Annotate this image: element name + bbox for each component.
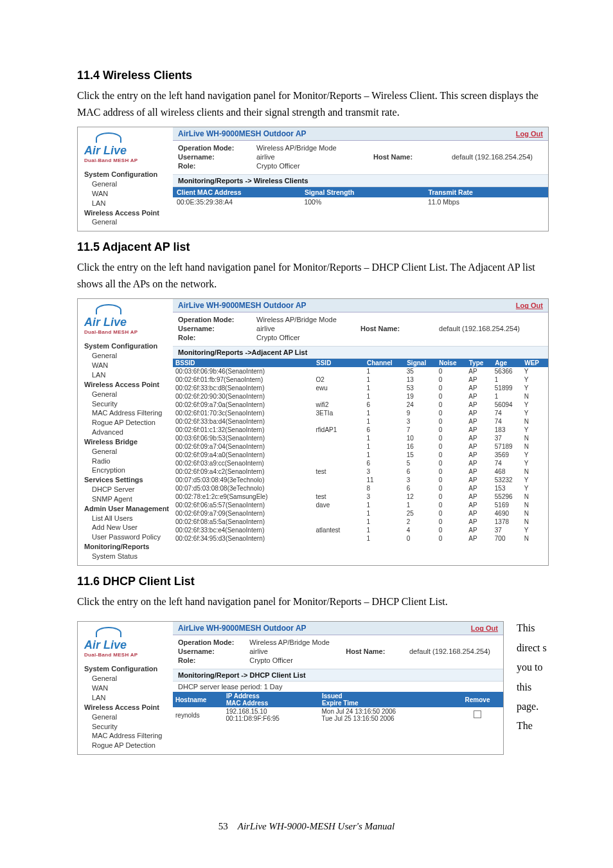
cell: rfidAP1: [314, 426, 364, 434]
cell: 12: [404, 493, 436, 501]
nav-item[interactable]: System Status: [84, 552, 169, 561]
hostname-value: default (192.168.254.254): [439, 324, 528, 333]
cell: N: [522, 442, 548, 451]
nav-item[interactable]: LAN: [84, 199, 169, 208]
cell: 00:03:6f:06:9b:46(SenaoIntern): [173, 367, 314, 375]
logo-subtitle: Dual-Band MESH AP: [84, 158, 169, 163]
table-row: 00:07:d5:03:08:49(3eTechnolo)1130AP53232…: [173, 476, 547, 484]
nav-item[interactable]: WAN: [84, 189, 169, 199]
nav-group[interactable]: Wireless Access Point: [84, 208, 169, 218]
nav-group[interactable]: Wireless Access Point: [84, 703, 169, 712]
para-11-4: Click the entry on the left hand navigat…: [77, 87, 549, 120]
nav-item[interactable]: Add New User: [84, 523, 169, 532]
cell: 00:02:78:e1:2c:e9(SamsungEle): [173, 493, 314, 501]
table-row: 00:02:6f:09:a7:04(SenaoIntern)1160AP5718…: [173, 442, 547, 451]
nav-item[interactable]: Security: [84, 722, 169, 732]
cell: 00:02:6f:33:ba:d4(SenaoIntern): [173, 417, 314, 426]
hostname-value: default (192.168.254.254): [409, 647, 498, 656]
nav-group[interactable]: Monitoring/Reports: [84, 542, 169, 552]
cell: 9: [404, 409, 436, 417]
cell: 3: [364, 493, 404, 501]
nav-item[interactable]: General: [84, 447, 169, 457]
nav-item[interactable]: Security: [84, 399, 169, 409]
logout-link[interactable]: Log Out: [471, 624, 498, 632]
cell: AP: [466, 367, 492, 375]
nav-item[interactable]: List All Users: [84, 514, 169, 523]
cell: 13: [404, 375, 436, 384]
cell: 1: [364, 509, 404, 518]
nav-item[interactable]: SNMP Agent: [84, 494, 169, 504]
nav-item[interactable]: WAN: [84, 683, 169, 693]
username-label: Username:: [178, 324, 256, 333]
op-mode-label: Operation Mode:: [178, 315, 256, 324]
nav-group[interactable]: Admin User Management: [84, 504, 169, 514]
table-row: 00:02:6f:09:a7:0a(SenaoIntern)wifi26240A…: [173, 401, 547, 409]
cell: 00:02:6f:06:a5:57(SenaoIntern): [173, 501, 314, 509]
logo-text: Air Live: [84, 144, 169, 158]
cell: 0: [436, 467, 466, 476]
dhcp-lease-period: DHCP server lease period: 1 Day: [173, 682, 503, 692]
hostname-label: Host Name:: [360, 324, 439, 333]
nav-item[interactable]: WAN: [84, 361, 169, 370]
cell: 0: [436, 451, 466, 459]
panel-dhcp-client: Air Live Dual-Band MESH AP System Config…: [77, 621, 504, 755]
col-noise: Noise: [436, 359, 466, 367]
nav-item[interactable]: Encryption: [84, 466, 169, 475]
nav-group[interactable]: System Configuration: [84, 664, 169, 674]
nav-item[interactable]: MAC Address Filtering: [84, 408, 169, 418]
cell: 11: [364, 476, 404, 484]
nav-item[interactable]: General: [84, 390, 169, 399]
cell: 1: [364, 534, 404, 543]
cell: N: [522, 518, 548, 526]
cell: 1: [404, 501, 436, 509]
cell-ip-mac: 192.168.15.1000:11:D8:9F:F6:95: [224, 707, 319, 723]
nav-item[interactable]: Rogue AP Detection: [84, 418, 169, 428]
cell: 51899: [492, 384, 522, 392]
nav-group[interactable]: System Configuration: [84, 170, 169, 179]
nav-item[interactable]: General: [84, 179, 169, 189]
cell: 00:02:6f:20:90:30(SenaoIntern): [173, 392, 314, 401]
nav-group[interactable]: System Configuration: [84, 341, 169, 351]
nav-item[interactable]: General: [84, 712, 169, 722]
cell: 1: [364, 442, 404, 451]
nav-item[interactable]: MAC Address Filtering: [84, 731, 169, 741]
op-mode-label: Operation Mode:: [178, 143, 256, 152]
nav-item[interactable]: Advanced: [84, 428, 169, 437]
cell: 1378: [492, 518, 522, 526]
nav-group[interactable]: Wireless Access Point: [84, 380, 169, 390]
cell: Y: [522, 409, 548, 417]
nav-item[interactable]: General: [84, 674, 169, 683]
logout-link[interactable]: Log Out: [516, 130, 543, 138]
role-value: Crypto Officer: [256, 161, 373, 170]
cell: 0: [436, 493, 466, 501]
breadcrumb: Monitoring/Report -> DHCP Client List: [173, 669, 503, 682]
cell: [314, 484, 364, 493]
nav-item[interactable]: General: [84, 351, 169, 361]
logout-link[interactable]: Log Out: [516, 302, 543, 309]
cell: Y: [522, 484, 548, 493]
cell: Y: [522, 375, 548, 384]
cell: 2: [404, 518, 436, 526]
remove-checkbox[interactable]: [474, 710, 481, 718]
nav-group[interactable]: Services Settings: [84, 475, 169, 485]
cell: AP: [466, 392, 492, 401]
nav-item[interactable]: User Password Policy: [84, 532, 169, 542]
nav-item[interactable]: LAN: [84, 370, 169, 380]
device-title: AirLive WH-9000MESH Outdoor AP: [178, 301, 306, 310]
cell: 1: [364, 434, 404, 442]
nav-group[interactable]: Wireless Bridge: [84, 437, 169, 447]
device-title: AirLive WH-9000MESH Outdoor AP: [178, 624, 306, 633]
cell: AP: [466, 442, 492, 451]
manual-title: AirLive WH-9000-MESH User's Manual: [238, 821, 395, 831]
nav-item[interactable]: LAN: [84, 693, 169, 703]
nav-item[interactable]: Rogue AP Detection: [84, 741, 169, 750]
table-row: 00:02:6f:09:a4:c2(SenaoIntern)test360AP4…: [173, 467, 547, 476]
nav-item[interactable]: General: [84, 217, 169, 227]
cell: 6: [404, 484, 436, 493]
table-row: 00:02:6f:01:70:3c(SenaoIntern)3ETIa190AP…: [173, 409, 547, 417]
cell: 1: [364, 392, 404, 401]
nav-item[interactable]: Radio: [84, 457, 169, 466]
cell: 00:07:d5:03:08:49(3eTechnolo): [173, 476, 314, 484]
cell: AP: [466, 467, 492, 476]
nav-item[interactable]: DHCP Server: [84, 485, 169, 494]
